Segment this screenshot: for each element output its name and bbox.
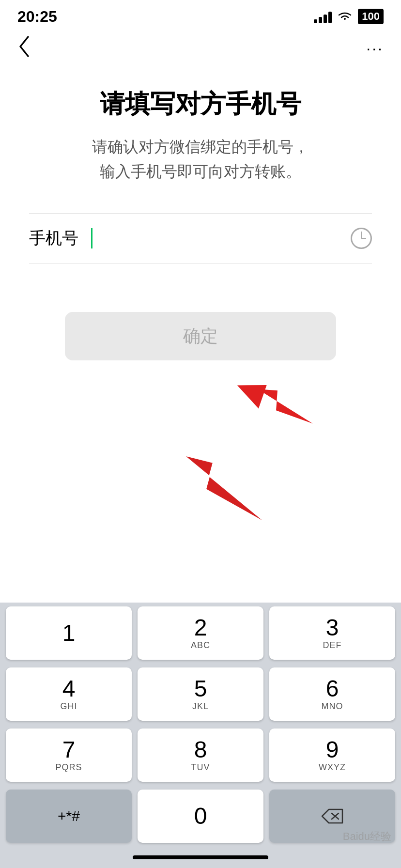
phone-input[interactable] <box>88 228 341 248</box>
delete-icon <box>320 807 344 825</box>
key-8[interactable]: 8 TUV <box>138 728 263 782</box>
keyboard-row-1: 1 2 ABC 3 DEF <box>0 603 401 664</box>
battery-icon: 100 <box>358 9 384 24</box>
input-section: 手机号 <box>24 213 377 264</box>
arrow-icon <box>231 370 338 438</box>
svg-marker-1 <box>237 380 271 412</box>
nav-bar: ··· <box>0 29 401 68</box>
page-title: 请填写对方手机号 <box>100 87 301 121</box>
home-indicator <box>0 847 401 868</box>
watermark: Baidu经验 <box>343 829 391 844</box>
svg-marker-0 <box>258 381 313 432</box>
text-cursor <box>91 228 93 248</box>
key-5[interactable]: 5 JKL <box>138 667 263 721</box>
key-6[interactable]: 6 MNO <box>269 667 395 721</box>
confirm-button[interactable]: 确定 <box>65 312 336 360</box>
key-0[interactable]: 0 <box>138 790 263 843</box>
main-content: 请填写对方手机号 请确认对方微信绑定的手机号，输入手机号即可向对方转账。 手机号… <box>0 68 401 448</box>
key-9[interactable]: 9 WXYZ <box>269 728 395 782</box>
page-subtitle: 请确认对方微信绑定的手机号，输入手机号即可向对方转账。 <box>92 135 309 184</box>
keyboard: 1 2 ABC 3 DEF 4 GHI 5 JKL 6 MNO 7 PQRS <box>0 603 401 868</box>
keyboard-row-2: 4 GHI 5 JKL 6 MNO <box>0 664 401 725</box>
input-divider-bottom <box>29 263 372 264</box>
key-2[interactable]: 2 ABC <box>138 606 263 660</box>
status-icons: 100 <box>314 9 384 24</box>
history-icon[interactable] <box>351 228 372 249</box>
back-button[interactable] <box>17 35 31 62</box>
phone-input-row[interactable]: 手机号 <box>29 214 372 263</box>
keyboard-row-4: +*# 0 <box>0 786 401 847</box>
more-button[interactable]: ··· <box>366 40 384 58</box>
key-special[interactable]: +*# <box>6 790 132 843</box>
key-3[interactable]: 3 DEF <box>269 606 395 660</box>
arrow-overlay <box>170 446 291 533</box>
input-label: 手机号 <box>29 227 78 249</box>
wifi-icon <box>337 10 353 23</box>
svg-marker-3 <box>184 455 266 523</box>
signal-icon <box>314 10 332 23</box>
confirm-section: 确定 <box>24 312 377 360</box>
keyboard-row-3: 7 PQRS 8 TUV 9 WXYZ <box>0 725 401 786</box>
arrow-annotation <box>24 370 377 438</box>
key-4[interactable]: 4 GHI <box>6 667 132 721</box>
key-1[interactable]: 1 <box>6 606 132 660</box>
status-bar: 20:25 100 <box>0 0 401 29</box>
status-time: 20:25 <box>17 8 57 26</box>
home-bar <box>133 855 268 859</box>
key-7[interactable]: 7 PQRS <box>6 728 132 782</box>
